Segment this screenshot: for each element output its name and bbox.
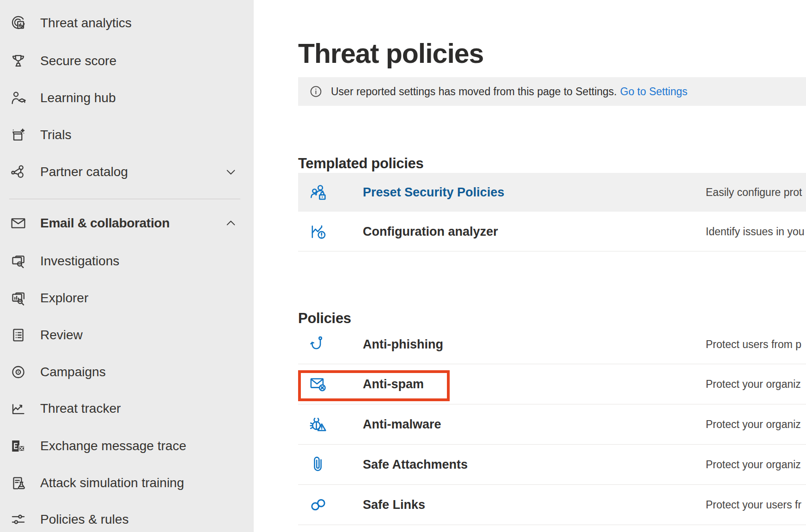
sidebar-item-label: Campaigns [40, 365, 106, 379]
sidebar-item-label: Learning hub [40, 91, 116, 105]
sidebar-item-label: Policies & rules [40, 512, 128, 527]
row-preset-security-policies[interactable]: Preset Security Policies Easily configur… [298, 173, 806, 212]
campaigns-icon [10, 364, 27, 381]
section-heading-templated-policies: Templated policies [298, 155, 423, 172]
page-title: Threat policies [298, 38, 483, 69]
anti-phishing-icon [309, 335, 328, 354]
chevron-up-icon[interactable] [225, 217, 237, 230]
row-description: Protect your organiz [706, 378, 801, 391]
sidebar-item-label: Partner catalog [40, 165, 128, 179]
sidebar-item-investigations[interactable]: Investigations [0, 243, 254, 280]
row-anti-spam[interactable]: Anti-spam Protect your organiz [298, 364, 806, 404]
sidebar-item-label: Threat analytics [40, 16, 132, 31]
exchange-message-trace-icon [10, 438, 27, 455]
partner-catalog-icon [10, 164, 27, 181]
sidebar-nav: Threat analytics Secure score Learning h… [0, 0, 254, 532]
banner-message-text: User reported settings has moved from th… [331, 86, 617, 98]
sidebar-item-secure-score[interactable]: Secure score [0, 43, 254, 79]
sidebar-item-label: Email & collaboration [40, 216, 170, 231]
sidebar-item-campaigns[interactable]: Campaigns [0, 354, 254, 391]
sidebar-item-exchange-message-trace[interactable]: Exchange message trace [0, 428, 254, 465]
email-collaboration-icon [10, 215, 27, 232]
trials-icon [10, 127, 27, 144]
sidebar-item-policies-rules[interactable]: Policies & rules [0, 501, 254, 532]
attack-simulation-training-icon [10, 475, 27, 492]
sidebar-item-label: Investigations [40, 254, 119, 269]
anti-spam-icon [309, 375, 328, 394]
row-anti-phishing[interactable]: Anti-phishing Protect users from p [298, 324, 806, 364]
row-label[interactable]: Preset Security Policies [363, 185, 504, 200]
row-anti-malware[interactable]: Anti-malware Protect your organiz [298, 404, 806, 445]
row-configuration-analyzer[interactable]: Configuration analyzer Identify issues i… [298, 212, 806, 251]
sidebar-item-review[interactable]: Review [0, 317, 254, 354]
sidebar-item-label: Secure score [40, 54, 116, 68]
sidebar-section-divider [9, 199, 240, 199]
sidebar-item-label: Explorer [40, 291, 88, 306]
anti-malware-icon [309, 415, 328, 434]
row-description: Protect your users fr [706, 499, 801, 511]
threat-tracker-icon [10, 400, 27, 417]
chevron-down-icon[interactable] [225, 166, 237, 178]
row-description: Identify issues in you [706, 225, 805, 238]
sidebar-item-threat-analytics[interactable]: Threat analytics [0, 5, 254, 42]
sidebar-item-threat-tracker[interactable]: Threat tracker [0, 390, 254, 427]
row-safe-links[interactable]: Safe Links Protect your users fr [298, 485, 806, 525]
sidebar-item-trials[interactable]: Trials [0, 116, 254, 153]
sidebar-item-partner-catalog[interactable]: Partner catalog [0, 153, 254, 190]
row-label[interactable]: Configuration analyzer [363, 224, 498, 238]
row-safe-attachments[interactable]: Safe Attachments Protect your organiz [298, 445, 806, 485]
row-label[interactable]: Safe Links [363, 498, 425, 512]
policies-rules-icon [10, 511, 27, 528]
row-description: Protect your organiz [706, 418, 801, 431]
row-description: Protect users from p [706, 338, 801, 350]
go-to-settings-link[interactable]: Go to Settings [620, 86, 688, 98]
row-label[interactable]: Safe Attachments [363, 458, 468, 472]
explorer-icon [10, 290, 27, 307]
row-label[interactable]: Anti-malware [363, 417, 441, 432]
sidebar-item-attack-simulation-training[interactable]: Attack simulation training [0, 465, 254, 501]
preset-security-policies-icon [309, 183, 328, 202]
configuration-analyzer-icon [309, 222, 328, 241]
learning-hub-icon [10, 90, 27, 107]
info-banner: User reported settings has moved from th… [298, 77, 806, 106]
safe-attachments-icon [309, 455, 328, 474]
sidebar-item-label: Threat tracker [40, 401, 121, 416]
row-label[interactable]: Anti-phishing [363, 337, 443, 351]
sidebar-item-email-collaboration[interactable]: Email & collaboration [0, 205, 254, 242]
sidebar-item-label: Review [40, 328, 83, 342]
sidebar-item-label: Trials [40, 128, 71, 142]
review-icon [10, 327, 27, 344]
row-label[interactable]: Anti-spam [363, 377, 424, 391]
info-icon [309, 85, 323, 98]
sidebar-item-learning-hub[interactable]: Learning hub [0, 79, 254, 116]
row-description: Easily configure prot [706, 186, 802, 199]
secure-score-icon [10, 53, 27, 70]
row-description: Protect your organiz [706, 459, 801, 471]
investigations-icon [10, 253, 27, 270]
banner-message: User reported settings has moved from th… [331, 86, 688, 98]
safe-links-icon [309, 495, 328, 514]
sidebar-item-label: Attack simulation training [40, 476, 184, 490]
threat-analytics-icon [10, 15, 27, 32]
sidebar-item-explorer[interactable]: Explorer [0, 280, 254, 317]
sidebar-item-label: Exchange message trace [40, 439, 186, 453]
